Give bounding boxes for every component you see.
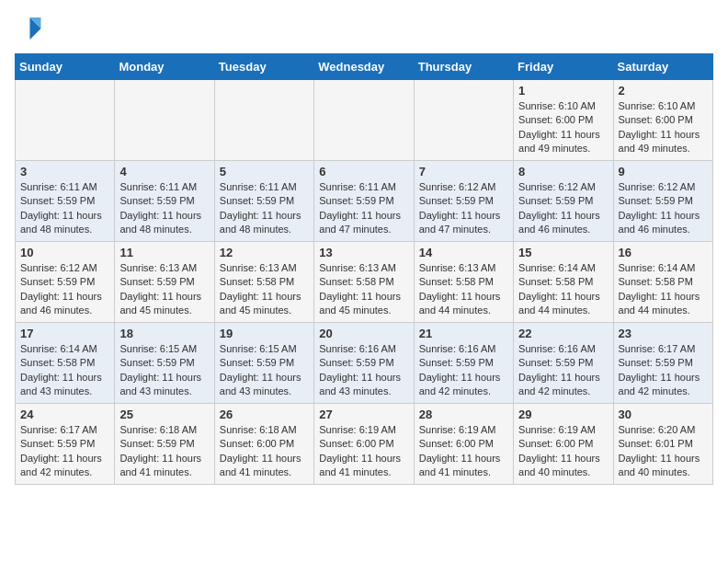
day-info: Sunrise: 6:13 AM Sunset: 5:58 PM Dayligh… <box>220 261 309 318</box>
day-number: 21 <box>419 327 508 340</box>
calendar-cell: 13Sunrise: 6:13 AM Sunset: 5:58 PM Dayli… <box>314 242 414 323</box>
day-info: Sunrise: 6:11 AM Sunset: 5:59 PM Dayligh… <box>319 180 408 237</box>
calendar-cell <box>16 80 115 161</box>
logo-icon <box>15 15 42 42</box>
day-info: Sunrise: 6:17 AM Sunset: 5:59 PM Dayligh… <box>619 342 708 399</box>
calendar-cell: 3Sunrise: 6:11 AM Sunset: 5:59 PM Daylig… <box>16 161 115 242</box>
day-info: Sunrise: 6:15 AM Sunset: 5:59 PM Dayligh… <box>119 342 209 399</box>
day-info: Sunrise: 6:13 AM Sunset: 5:59 PM Dayligh… <box>119 261 209 318</box>
calendar-cell: 2Sunrise: 6:10 AM Sunset: 6:00 PM Daylig… <box>613 80 712 161</box>
calendar-cell: 14Sunrise: 6:13 AM Sunset: 5:58 PM Dayli… <box>414 242 513 323</box>
day-info: Sunrise: 6:18 AM Sunset: 6:00 PM Dayligh… <box>220 423 309 480</box>
day-info: Sunrise: 6:13 AM Sunset: 5:58 PM Dayligh… <box>319 261 408 318</box>
calendar-week: 3Sunrise: 6:11 AM Sunset: 5:59 PM Daylig… <box>16 161 713 242</box>
day-number: 16 <box>619 246 708 259</box>
calendar-body: 1Sunrise: 6:10 AM Sunset: 6:00 PM Daylig… <box>16 80 713 485</box>
day-info: Sunrise: 6:11 AM Sunset: 5:59 PM Dayligh… <box>220 180 309 237</box>
day-info: Sunrise: 6:12 AM Sunset: 5:59 PM Dayligh… <box>20 261 109 318</box>
calendar-cell: 21Sunrise: 6:16 AM Sunset: 5:59 PM Dayli… <box>414 323 513 404</box>
calendar-cell: 24Sunrise: 6:17 AM Sunset: 5:59 PM Dayli… <box>16 404 115 485</box>
calendar-week: 17Sunrise: 6:14 AM Sunset: 5:58 PM Dayli… <box>16 323 713 404</box>
calendar-week: 24Sunrise: 6:17 AM Sunset: 5:59 PM Dayli… <box>16 404 713 485</box>
day-number: 3 <box>20 165 109 178</box>
calendar-cell: 20Sunrise: 6:16 AM Sunset: 5:59 PM Dayli… <box>314 323 414 404</box>
calendar-cell <box>314 80 414 161</box>
calendar-cell: 4Sunrise: 6:11 AM Sunset: 5:59 PM Daylig… <box>115 161 214 242</box>
calendar: SundayMondayTuesdayWednesdayThursdayFrid… <box>15 53 713 485</box>
weekday-header: Wednesday <box>314 54 414 80</box>
calendar-header: SundayMondayTuesdayWednesdayThursdayFrid… <box>16 54 713 80</box>
calendar-cell: 25Sunrise: 6:18 AM Sunset: 5:59 PM Dayli… <box>115 404 214 485</box>
calendar-cell: 8Sunrise: 6:12 AM Sunset: 5:59 PM Daylig… <box>514 161 613 242</box>
day-number: 19 <box>220 327 309 340</box>
day-info: Sunrise: 6:10 AM Sunset: 6:00 PM Dayligh… <box>619 99 708 156</box>
calendar-cell: 26Sunrise: 6:18 AM Sunset: 6:00 PM Dayli… <box>214 404 313 485</box>
day-number: 17 <box>20 327 109 340</box>
day-number: 1 <box>518 84 608 98</box>
calendar-cell: 23Sunrise: 6:17 AM Sunset: 5:59 PM Dayli… <box>613 323 712 404</box>
day-info: Sunrise: 6:11 AM Sunset: 5:59 PM Dayligh… <box>119 180 209 237</box>
day-info: Sunrise: 6:14 AM Sunset: 5:58 PM Dayligh… <box>518 261 608 318</box>
calendar-cell: 22Sunrise: 6:16 AM Sunset: 5:59 PM Dayli… <box>514 323 613 404</box>
calendar-cell: 5Sunrise: 6:11 AM Sunset: 5:59 PM Daylig… <box>214 161 313 242</box>
day-info: Sunrise: 6:16 AM Sunset: 5:59 PM Dayligh… <box>319 342 408 399</box>
weekday-header: Monday <box>115 54 214 80</box>
calendar-cell: 12Sunrise: 6:13 AM Sunset: 5:58 PM Dayli… <box>214 242 313 323</box>
day-number: 7 <box>419 165 508 178</box>
day-number: 5 <box>220 165 309 178</box>
day-number: 25 <box>119 408 209 421</box>
calendar-cell: 19Sunrise: 6:15 AM Sunset: 5:59 PM Dayli… <box>214 323 313 404</box>
day-number: 10 <box>20 246 109 259</box>
calendar-cell: 6Sunrise: 6:11 AM Sunset: 5:59 PM Daylig… <box>314 161 414 242</box>
calendar-cell <box>115 80 214 161</box>
calendar-week: 10Sunrise: 6:12 AM Sunset: 5:59 PM Dayli… <box>16 242 713 323</box>
day-number: 2 <box>619 84 708 98</box>
weekday-header: Sunday <box>16 54 115 80</box>
calendar-cell <box>214 80 313 161</box>
day-number: 18 <box>119 327 209 340</box>
day-info: Sunrise: 6:12 AM Sunset: 5:59 PM Dayligh… <box>619 180 708 237</box>
day-number: 30 <box>619 408 708 421</box>
day-number: 22 <box>518 327 608 340</box>
weekday-row: SundayMondayTuesdayWednesdayThursdayFrid… <box>16 54 713 80</box>
calendar-week: 1Sunrise: 6:10 AM Sunset: 6:00 PM Daylig… <box>16 80 713 161</box>
day-number: 23 <box>619 327 708 340</box>
day-number: 8 <box>518 165 608 178</box>
header <box>15 15 713 42</box>
day-number: 27 <box>319 408 408 421</box>
day-info: Sunrise: 6:19 AM Sunset: 6:00 PM Dayligh… <box>419 423 508 480</box>
day-number: 4 <box>119 165 209 178</box>
day-info: Sunrise: 6:15 AM Sunset: 5:59 PM Dayligh… <box>220 342 309 399</box>
weekday-header: Friday <box>514 54 613 80</box>
day-info: Sunrise: 6:10 AM Sunset: 6:00 PM Dayligh… <box>518 99 608 156</box>
day-info: Sunrise: 6:14 AM Sunset: 5:58 PM Dayligh… <box>619 261 708 318</box>
calendar-cell: 17Sunrise: 6:14 AM Sunset: 5:58 PM Dayli… <box>16 323 115 404</box>
calendar-cell: 15Sunrise: 6:14 AM Sunset: 5:58 PM Dayli… <box>514 242 613 323</box>
logo <box>15 15 46 42</box>
weekday-header: Saturday <box>613 54 712 80</box>
calendar-cell: 28Sunrise: 6:19 AM Sunset: 6:00 PM Dayli… <box>414 404 513 485</box>
day-number: 20 <box>319 327 408 340</box>
day-number: 28 <box>419 408 508 421</box>
calendar-cell: 11Sunrise: 6:13 AM Sunset: 5:59 PM Dayli… <box>115 242 214 323</box>
day-info: Sunrise: 6:16 AM Sunset: 5:59 PM Dayligh… <box>419 342 508 399</box>
day-info: Sunrise: 6:13 AM Sunset: 5:58 PM Dayligh… <box>419 261 508 318</box>
day-number: 12 <box>220 246 309 259</box>
day-info: Sunrise: 6:16 AM Sunset: 5:59 PM Dayligh… <box>518 342 608 399</box>
calendar-cell: 1Sunrise: 6:10 AM Sunset: 6:00 PM Daylig… <box>514 80 613 161</box>
calendar-cell: 29Sunrise: 6:19 AM Sunset: 6:00 PM Dayli… <box>514 404 613 485</box>
weekday-header: Tuesday <box>214 54 313 80</box>
page: SundayMondayTuesdayWednesdayThursdayFrid… <box>0 0 728 492</box>
calendar-cell <box>414 80 513 161</box>
day-info: Sunrise: 6:18 AM Sunset: 5:59 PM Dayligh… <box>119 423 209 480</box>
day-info: Sunrise: 6:20 AM Sunset: 6:01 PM Dayligh… <box>619 423 708 480</box>
calendar-cell: 27Sunrise: 6:19 AM Sunset: 6:00 PM Dayli… <box>314 404 414 485</box>
day-number: 15 <box>518 246 608 259</box>
day-number: 29 <box>518 408 608 421</box>
weekday-header: Thursday <box>414 54 513 80</box>
day-number: 13 <box>319 246 408 259</box>
day-number: 24 <box>20 408 109 421</box>
day-info: Sunrise: 6:12 AM Sunset: 5:59 PM Dayligh… <box>419 180 508 237</box>
calendar-cell: 18Sunrise: 6:15 AM Sunset: 5:59 PM Dayli… <box>115 323 214 404</box>
day-info: Sunrise: 6:19 AM Sunset: 6:00 PM Dayligh… <box>319 423 408 480</box>
